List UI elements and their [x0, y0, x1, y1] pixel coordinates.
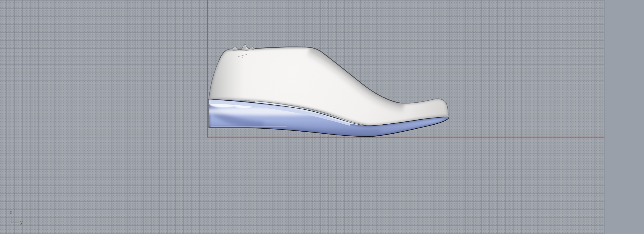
gizmo-y-line	[11, 223, 19, 223]
gizmo-y-label: y	[20, 220, 23, 225]
cad-viewport[interactable]: z y	[0, 0, 644, 234]
axis-gizmo: z y	[7, 208, 28, 228]
gizmo-z-label: z	[10, 210, 12, 215]
gizmo-z-line	[11, 216, 11, 223]
shoe-last-model[interactable]	[201, 44, 457, 137]
model-canvas	[0, 0, 644, 234]
